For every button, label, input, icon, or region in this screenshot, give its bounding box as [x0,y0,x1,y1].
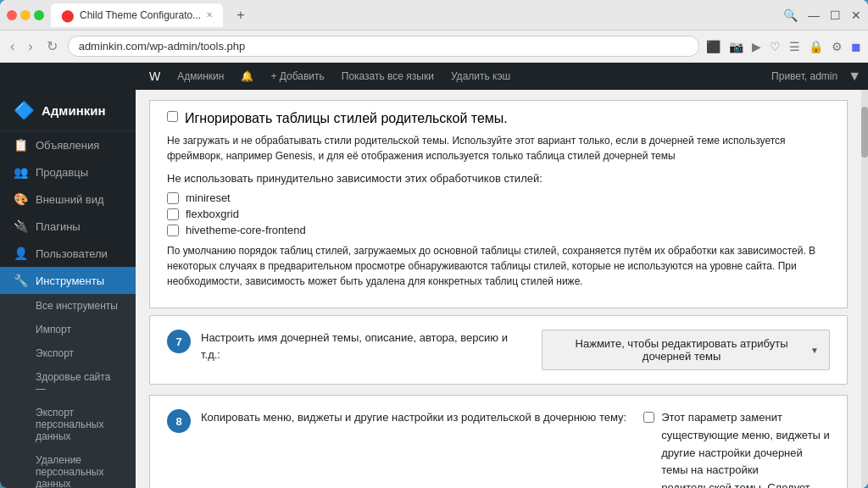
back-button[interactable]: ‹ [7,36,18,58]
sidebar-item-label: Продавцы [36,166,88,179]
adminbar-add[interactable]: + Добавить [264,70,331,82]
section-7-layout: 7 Настроить имя дочерней темы, описание,… [167,330,830,370]
sidebar-item-sellers[interactable]: 👥 Продавцы [0,158,136,186]
minireset-label: minireset [186,191,231,204]
address-bar: ‹ › ↻ ⬛ 📷 ▶ ♡ ☰ 🔒 ⚙ ◼ [0,30,868,63]
sidebar-submenu: Все инструменты Импорт Экспорт Здоровье … [0,294,136,488]
sidebar-item-label: Внешний вид [36,193,104,206]
browser-tab[interactable]: ⬤ Child Theme Configurato... ✕ [51,3,223,27]
browser-controls [7,10,44,20]
sidebar-item-plugins[interactable]: 🔌 Плагины [0,213,136,240]
site-name: Админкин [42,103,106,118]
lock-icon[interactable]: 🔒 [809,40,823,53]
section-8-checkbox[interactable] [643,412,654,423]
hivetheme-checkbox[interactable] [167,225,179,236]
menu-icon[interactable]: ☰ [789,40,800,53]
plugins-icon: 🔌 [14,219,27,233]
section-8-checkbox-desc: Этот параметр заменит существующие меню,… [661,409,830,488]
wp-layout: 🔷 Админкин 📋 Объявления 👥 Продавцы 🎨 Вне… [0,63,868,488]
top-para2: По умолчанию порядок таблиц стилей, загр… [167,243,830,289]
sidebar-submenu-export-personal[interactable]: Экспорт персональных данных [0,401,136,448]
forward-button[interactable]: › [25,36,36,58]
section-7: 7 Настроить имя дочерней темы, описание,… [149,315,848,385]
sidebar-submenu-erase-personal[interactable]: Удаление персональных данных [0,448,136,488]
content-area: Игнорировать таблицы стилей родительской… [136,90,861,488]
top-checkbox-container: Игнорировать таблицы стилей родительской… [167,111,830,126]
section-8-layout: 8 Копировать меню, виджеты и другие наст… [167,409,830,488]
sidebar-item-tools[interactable]: 🔧 Инструменты [0,267,136,294]
bookmark-icon[interactable]: ⬛ [706,40,721,53]
adminbar-user-icon[interactable]: ▼ [848,69,861,84]
dep-item-minireset: minireset [167,191,830,204]
sidebar-item-users[interactable]: 👤 Пользователи [0,240,136,267]
refresh-button[interactable]: ↻ [43,35,61,58]
section-8-number: 8 [167,409,191,433]
ignore-styles-checkbox[interactable] [167,111,178,122]
sidebar-submenu-all-tools[interactable]: Все инструменты [0,294,136,318]
search-icon[interactable]: 🔍 [783,8,798,22]
top-para1: Не загружать и не обрабатывать стили род… [167,133,830,164]
tab-close-icon[interactable]: ✕ [206,10,213,19]
address-input[interactable] [68,36,699,57]
profile-icon[interactable]: ◼ [851,40,861,53]
flexboxgrid-label: flexboxgrid [186,208,239,220]
sidebar-item-label: Объявления [36,139,99,152]
sidebar-item-announcements[interactable]: 📋 Объявления [0,131,136,158]
maximize-button[interactable] [34,10,44,20]
minimize-button[interactable] [20,10,31,20]
section-7-right: Нажмите, чтобы редактировать атрибуты до… [542,330,830,370]
dropdown-arrow-icon: ▼ [810,346,819,355]
browser-titlebar: ⬤ Child Theme Configurato... ✕ + 🔍 — ☐ ✕ [0,0,868,30]
dep-item-hivetheme: hivetheme-core-frontend [167,224,830,236]
sidebar-submenu-site-health[interactable]: Здоровье сайта — [0,365,136,401]
hivetheme-label: hivetheme-core-frontend [186,224,306,236]
adminbar-greeting: Привет, admin [765,70,844,82]
sidebar-submenu-import[interactable]: Импорт [0,318,136,341]
sidebar-item-label: Плагины [36,220,81,233]
wp-logo-icon: 🔷 [14,100,35,120]
tab-title: Child Theme Configurato... [80,9,201,21]
sellers-icon: 👥 [14,165,27,179]
sidebar-item-label: Пользователи [36,247,108,260]
adminbar-delete-cache[interactable]: Удалить кэш [444,70,517,82]
section-8-checkbox-area: Этот параметр заменит существующие меню,… [643,409,830,488]
scrollbar-thumb[interactable] [861,107,868,158]
scrollbar[interactable] [861,90,868,488]
section-8-right: Этот параметр заменит существующие меню,… [643,409,830,488]
play-icon[interactable]: ▶ [752,40,761,53]
attributes-dropdown[interactable]: Нажмите, чтобы редактировать атрибуты до… [542,330,830,370]
sidebar-item-appearance[interactable]: 🎨 Внешний вид [0,186,136,213]
adminbar-sitename[interactable]: Админкин [170,70,231,82]
dep-checkbox-list: minireset flexboxgrid hivetheme-core-fro… [167,191,830,236]
new-tab-button[interactable]: + [230,4,251,26]
content-scroll-area: Игнорировать таблицы стилей родительской… [136,90,868,488]
minimize-icon[interactable]: — [808,8,820,22]
sidebar-logo: 🔷 Админкин [0,90,136,131]
flexboxgrid-checkbox[interactable] [167,208,179,220]
section-8-title: Копировать меню, виджеты и другие настро… [201,409,626,433]
browser-icons-right: 🔍 — ☐ ✕ [783,8,861,22]
sidebar: 🔷 Админкин 📋 Объявления 👥 Продавцы 🎨 Вне… [0,63,136,488]
section-7-title: Настроить имя дочерней темы, описание, а… [201,330,525,363]
close-button[interactable] [7,10,17,20]
dropdown-text: Нажмите, чтобы редактировать атрибуты до… [553,337,810,363]
dep-item-flexboxgrid: flexboxgrid [167,208,830,220]
maximize-icon[interactable]: ☐ [830,8,841,22]
adminbar-show-all[interactable]: Показать все языки [335,70,441,82]
camera-icon[interactable]: 📷 [729,40,743,53]
ignore-styles-label: Игнорировать таблицы стилей родительской… [185,111,508,126]
top-content-section: Игнорировать таблицы стилей родительской… [149,100,848,308]
settings-icon[interactable]: ⚙ [832,40,843,53]
minireset-checkbox[interactable] [167,192,179,204]
appearance-icon: 🎨 [14,192,27,206]
section-8-left: 8 Копировать меню, виджеты и другие наст… [167,409,626,433]
close-window-icon[interactable]: ✕ [851,8,861,22]
sidebar-submenu-export[interactable]: Экспорт [0,341,136,365]
section-7-left: 7 Настроить имя дочерней темы, описание,… [167,330,525,363]
adminbar: W Админкин 🔔 + Добавить Показать все язы… [136,63,868,90]
wp-logo[interactable]: W [142,69,167,83]
adminbar-notifications[interactable]: 🔔 [234,70,260,82]
opera-icon: ⬤ [61,8,75,22]
heart-icon[interactable]: ♡ [770,40,781,53]
users-icon: 👤 [14,247,27,260]
